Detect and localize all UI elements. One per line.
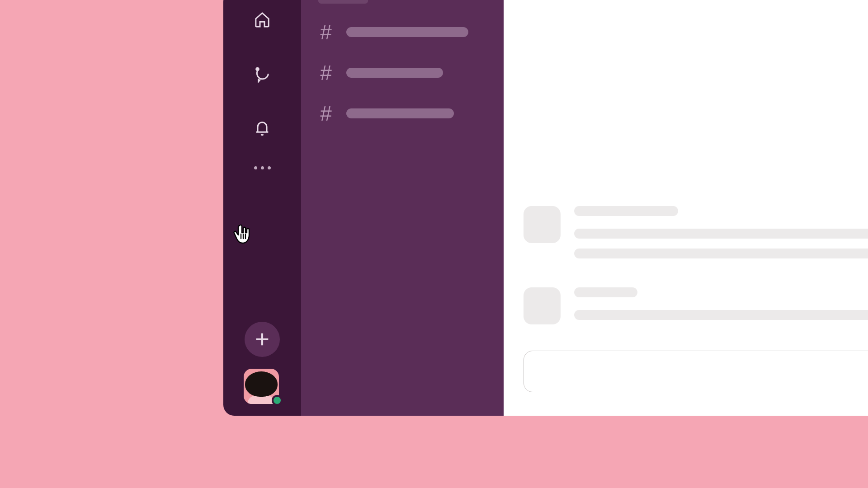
channel-item[interactable]: # — [318, 103, 486, 124]
app-window: # # # — [223, 0, 868, 416]
message-avatar-skeleton — [524, 206, 561, 243]
hash-icon: # — [318, 22, 334, 42]
message-author-skeleton — [574, 287, 637, 297]
activity-icon[interactable] — [250, 116, 275, 141]
sidebar-header-skeleton — [318, 0, 368, 4]
channel-name-skeleton — [346, 68, 443, 78]
more-icon[interactable] — [254, 166, 271, 169]
channel-name-skeleton — [346, 27, 468, 37]
message-skeleton — [524, 287, 868, 330]
main-pane — [504, 0, 868, 416]
message-skeleton — [524, 206, 868, 268]
channel-item[interactable]: # — [318, 62, 486, 83]
message-line-skeleton — [574, 249, 868, 258]
channel-item[interactable]: # — [318, 22, 486, 42]
channel-sidebar: # # # — [301, 0, 504, 416]
message-author-skeleton — [574, 206, 678, 216]
svg-point-0 — [255, 67, 259, 71]
hash-icon: # — [318, 62, 334, 83]
message-line-skeleton — [574, 229, 868, 239]
presence-indicator — [272, 395, 283, 406]
home-icon[interactable] — [250, 7, 275, 33]
channel-name-skeleton — [346, 108, 454, 118]
nav-rail — [223, 0, 301, 416]
hash-icon: # — [318, 103, 334, 124]
user-avatar[interactable] — [244, 369, 281, 404]
dms-icon[interactable] — [250, 61, 275, 87]
compose-button[interactable] — [245, 322, 280, 357]
message-avatar-skeleton — [524, 287, 561, 324]
message-line-skeleton — [574, 310, 868, 320]
message-composer[interactable] — [524, 351, 868, 392]
